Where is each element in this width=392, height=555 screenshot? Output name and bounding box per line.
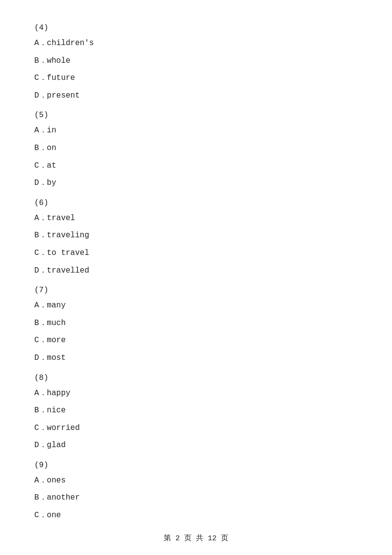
question-number-4: (8) [34, 374, 358, 382]
option-q3-o0: A．many [34, 300, 358, 312]
option-q3-o2: C．more [34, 334, 358, 347]
question-number-5: (9) [34, 461, 358, 470]
option-q0-o3: D．present [34, 90, 358, 102]
option-q0-o1: B．whole [34, 55, 358, 68]
option-q0-o2: C．future [34, 72, 358, 85]
option-q4-o2: C．worried [34, 422, 358, 435]
page-content: (4)A．children'sB．wholeC．futureD．present(… [0, 0, 392, 555]
option-q1-o0: A．in [34, 125, 358, 137]
option-q1-o2: C．at [34, 160, 358, 173]
footer-text: 第 2 页 共 12 页 [164, 534, 228, 543]
option-q5-o2: C．one [34, 509, 358, 522]
option-q2-o0: A．travel [34, 212, 358, 225]
question-number-3: (7) [34, 286, 358, 295]
option-q1-o3: D．by [34, 177, 358, 190]
option-q4-o1: B．nice [34, 404, 358, 417]
question-number-1: (5) [34, 111, 358, 120]
option-q4-o0: A．happy [34, 387, 358, 400]
page-footer: 第 2 页 共 12 页 [0, 533, 392, 543]
option-q3-o1: B．much [34, 317, 358, 330]
question-number-0: (4) [34, 24, 358, 32]
option-q5-o0: A．ones [34, 475, 358, 487]
option-q4-o3: D．glad [34, 439, 358, 452]
option-q5-o1: B．another [34, 492, 358, 505]
option-q3-o3: D．most [34, 352, 358, 365]
option-q1-o1: B．on [34, 142, 358, 155]
option-q2-o2: C．to travel [34, 247, 358, 260]
option-q2-o1: B．traveling [34, 229, 358, 242]
question-number-2: (6) [34, 199, 358, 207]
option-q0-o0: A．children's [34, 37, 358, 50]
option-q2-o3: D．travelled [34, 265, 358, 278]
